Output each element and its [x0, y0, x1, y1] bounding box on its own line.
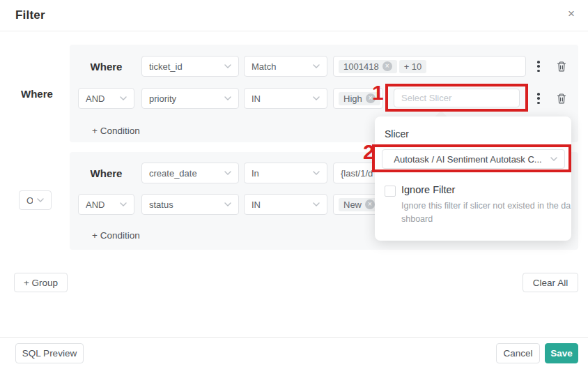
popover-title: Slicer [385, 128, 409, 140]
operator-select-value: In [252, 168, 309, 179]
chevron-down-icon [37, 198, 44, 202]
value-tag: New× [339, 198, 380, 211]
annotation-step-2: 2 [363, 140, 375, 164]
filter-dialog: Filter × Where OR Where ticket_id Match … [0, 0, 588, 369]
ignore-filter-label: Ignore Filter [401, 184, 455, 195]
chevron-down-icon [120, 96, 127, 100]
or-select-value: OR [26, 195, 33, 206]
cancel-button[interactable]: Cancel [496, 343, 540, 363]
select-slicer-input[interactable] [394, 89, 520, 107]
slicer-popover: Slicer Ignore Filter Ignore this filter … [375, 116, 571, 241]
condition-row: Where ticket_id Match 1001418× + 10 [70, 56, 578, 77]
field-select[interactable]: status [141, 194, 239, 215]
bool-select[interactable]: AND [78, 88, 134, 109]
save-button[interactable]: Save [545, 343, 578, 363]
annotation-step-1: 1 [372, 81, 384, 105]
tag-remove-icon[interactable]: × [382, 61, 392, 71]
chevron-down-icon [120, 202, 127, 206]
chevron-down-icon [224, 171, 231, 175]
clear-all-button[interactable]: Clear All [523, 273, 578, 292]
chevron-down-icon [224, 96, 231, 100]
add-condition-link[interactable]: + Condition [92, 230, 140, 241]
value-tag-text: High [343, 93, 362, 104]
field-select[interactable]: create_date [141, 163, 239, 183]
outer-bool-select-or[interactable]: OR [19, 190, 52, 210]
field-select[interactable]: ticket_id [141, 56, 239, 77]
row-menu-kebab-icon[interactable] [537, 61, 540, 72]
operator-select-value: IN [252, 93, 309, 104]
operator-select[interactable]: Match [244, 56, 327, 77]
add-group-button[interactable]: + Group [14, 273, 68, 292]
field-select-value: status [149, 199, 220, 210]
row-bool-label: Where [78, 56, 134, 77]
bool-select[interactable]: AND [78, 194, 134, 215]
operator-select[interactable]: IN [244, 88, 327, 109]
bool-select-value: AND [86, 199, 116, 210]
value-tag-text: New [343, 199, 362, 210]
close-icon[interactable]: × [568, 8, 575, 20]
chevron-down-icon [313, 171, 320, 175]
operator-select-value: IN [252, 199, 309, 210]
header-divider [0, 31, 588, 31]
row-bool-label: Where [78, 163, 134, 183]
field-select-value: ticket_id [149, 61, 220, 72]
chevron-down-icon [313, 96, 320, 100]
value-input[interactable]: 1001418× + 10 [333, 56, 526, 77]
dialog-title: Filter [15, 8, 45, 22]
slicer-select-value: Autotask / AI Sentiment Autotask C... [389, 154, 546, 165]
slicer-select[interactable]: Autotask / AI Sentiment Autotask C... [382, 149, 565, 169]
add-condition-link[interactable]: + Condition [92, 126, 140, 136]
field-select-value: create_date [149, 168, 220, 179]
tag-remove-icon[interactable]: × [365, 199, 375, 209]
chevron-down-icon [224, 202, 231, 206]
delete-row-trash-icon[interactable] [556, 93, 567, 104]
value-text: {last/1/d [341, 168, 373, 179]
operator-select[interactable]: In [244, 163, 327, 183]
ignore-filter-checkbox[interactable] [385, 186, 396, 197]
outer-bool-label: Where [21, 88, 53, 100]
value-tag: 1001418× [339, 60, 397, 73]
value-tag-text: 1001418 [343, 61, 379, 72]
field-select-value: priority [149, 93, 220, 104]
chevron-down-icon [224, 64, 231, 68]
delete-row-trash-icon[interactable] [556, 61, 567, 72]
chevron-down-icon [313, 202, 320, 206]
footer-divider [0, 337, 588, 338]
bool-select-value: AND [86, 93, 116, 104]
ignore-filter-description: Ignore this filter if slicer not existed… [401, 199, 571, 226]
value-more-tag: + 10 [399, 60, 427, 73]
operator-select-value: Match [252, 61, 309, 72]
field-select[interactable]: priority [141, 88, 239, 109]
sql-preview-button[interactable]: SQL Preview [15, 343, 84, 363]
row-menu-kebab-icon[interactable] [537, 93, 540, 104]
operator-select[interactable]: IN [244, 194, 327, 215]
chevron-down-icon [550, 157, 557, 161]
chevron-down-icon [313, 64, 320, 68]
